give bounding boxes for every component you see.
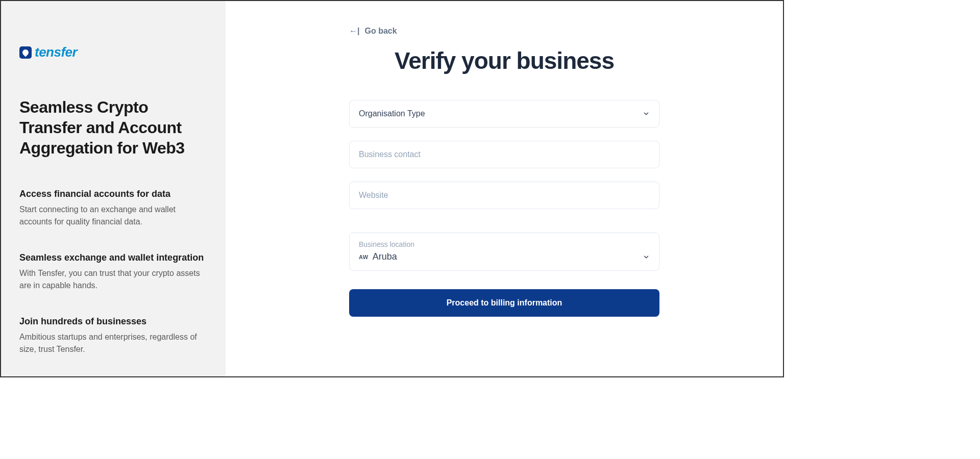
country-name: Aruba [373, 251, 397, 262]
logo-text: tensfer [35, 44, 77, 60]
arrow-left-icon: ←| [349, 27, 359, 36]
feature-item: Seamless exchange and wallet integration… [19, 252, 207, 292]
business-location-select[interactable]: Business location AW Aruba [349, 233, 659, 271]
main-content: ←| Go back Verify your business Organisa… [226, 1, 783, 376]
logo: tensfer [19, 44, 207, 60]
feature-title: Seamless exchange and wallet integration [19, 252, 207, 263]
location-label: Business location [359, 240, 650, 248]
chevron-down-icon [643, 110, 650, 117]
chevron-down-icon [643, 253, 650, 261]
feature-title: Access financial accounts for data [19, 189, 207, 199]
feature-desc: Ambitious startups and enterprises, rega… [19, 331, 207, 355]
feature-title: Join hundreds of businesses [19, 316, 207, 327]
feature-desc: Start connecting to an exchange and wall… [19, 203, 207, 228]
feature-desc: With Tensfer, you can trust that your cr… [19, 267, 207, 292]
logo-icon [19, 46, 32, 59]
website-input[interactable] [349, 182, 659, 209]
org-type-select[interactable]: Organisation Type [349, 100, 659, 128]
go-back-link[interactable]: ←| Go back [349, 27, 397, 36]
page-title: Verify your business [349, 47, 659, 74]
feature-item: Join hundreds of businesses Ambitious st… [19, 316, 207, 355]
proceed-button[interactable]: Proceed to billing information [349, 289, 659, 317]
back-label: Go back [364, 27, 397, 36]
country-code: AW [359, 254, 369, 260]
sidebar-headline: Seamless Crypto Transfer and Account Agg… [19, 97, 207, 158]
sidebar: tensfer Seamless Crypto Transfer and Acc… [1, 1, 226, 376]
business-contact-input[interactable] [349, 141, 659, 168]
org-type-label: Organisation Type [359, 109, 425, 118]
feature-item: Access financial accounts for data Start… [19, 189, 207, 228]
